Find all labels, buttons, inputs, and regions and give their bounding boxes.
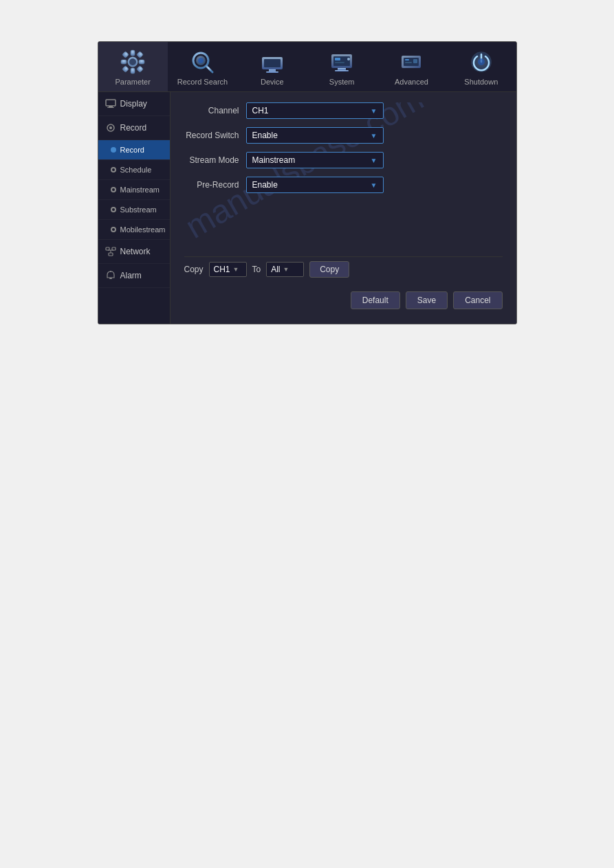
sidebar-item-schedule[interactable]: Schedule: [98, 160, 170, 180]
radio-mobilestream: [111, 227, 116, 232]
svg-point-9: [129, 58, 136, 65]
sidebar-label-alarm: Alarm: [120, 271, 142, 280]
advanced-icon: [398, 49, 424, 75]
form-row-channel: Channel CH1 ▼: [184, 102, 503, 119]
sidebar: Display Record Record Sche: [98, 92, 171, 324]
pre-record-select[interactable]: Enable ▼: [246, 177, 384, 193]
content-area: manualsbase.com Channel CH1 ▼ Record Swi…: [171, 92, 516, 324]
content-wrapper: manualsbase.com Channel CH1 ▼ Record Swi…: [184, 102, 503, 313]
svg-rect-24: [335, 70, 349, 71]
copy-from-value: CH1: [214, 265, 230, 274]
stream-mode-label: Stream Mode: [184, 155, 246, 165]
record-switch-label: Record Switch: [184, 131, 246, 140]
device-icon: [259, 49, 285, 75]
copy-to-arrow: ▼: [283, 266, 289, 273]
nav-label-device: Device: [261, 78, 284, 86]
svg-rect-15: [264, 59, 281, 67]
svg-point-44: [110, 271, 111, 272]
svg-rect-7: [122, 66, 129, 73]
sidebar-item-display[interactable]: Display: [98, 92, 170, 116]
sidebar-label-display: Display: [120, 99, 147, 109]
stream-mode-select[interactable]: Mainstream ▼: [246, 152, 384, 168]
alarm-icon: [105, 270, 116, 281]
radio-substream: [111, 207, 116, 212]
svg-point-22: [347, 58, 350, 60]
sidebar-item-mobilestream[interactable]: Mobilestream: [98, 220, 170, 240]
network-icon: [105, 246, 116, 257]
pre-record-arrow: ▼: [371, 181, 377, 189]
svg-rect-34: [107, 107, 114, 108]
svg-rect-4: [139, 60, 144, 64]
channel-arrow: ▼: [371, 107, 377, 115]
record-switch-select[interactable]: Enable ▼: [246, 127, 384, 144]
svg-rect-21: [335, 62, 344, 63]
cancel-button[interactable]: Cancel: [453, 291, 502, 309]
copy-row: Copy CH1 ▼ To All ▼ Copy: [184, 256, 503, 282]
svg-rect-29: [413, 59, 417, 63]
nav-item-record-search[interactable]: Record Search: [168, 42, 237, 91]
form-row-stream-mode: Stream Mode Mainstream ▼: [184, 152, 503, 168]
sidebar-label-network: Network: [120, 247, 151, 256]
sidebar-label-substream: Substream: [120, 205, 157, 214]
copy-from-select[interactable]: CH1 ▼: [209, 262, 247, 277]
svg-point-31: [478, 58, 485, 65]
copy-to-value: All: [271, 265, 280, 274]
channel-select[interactable]: CH1 ▼: [246, 102, 384, 119]
svg-rect-32: [106, 100, 116, 106]
svg-rect-8: [137, 66, 144, 73]
svg-point-36: [109, 126, 112, 129]
stream-mode-arrow: ▼: [371, 157, 377, 164]
nav-item-system[interactable]: System: [307, 42, 376, 91]
record-search-icon: [189, 49, 215, 75]
channel-label: Channel: [184, 106, 246, 115]
copy-to-select[interactable]: All ▼: [266, 262, 304, 277]
svg-rect-1: [131, 50, 135, 56]
pre-record-label: Pre-Record: [184, 180, 246, 190]
sidebar-label-schedule: Schedule: [120, 166, 152, 174]
svg-rect-33: [109, 106, 113, 107]
nav-item-advanced[interactable]: Advanced: [377, 42, 446, 91]
svg-rect-17: [266, 71, 278, 73]
content-spacer: [184, 201, 503, 256]
dvr-panel: Parameter Record Search: [98, 41, 517, 324]
pre-record-value: Enable: [252, 180, 278, 190]
nav-item-parameter[interactable]: Parameter: [98, 42, 168, 91]
stream-mode-value: Mainstream: [252, 155, 296, 165]
save-button[interactable]: Save: [406, 291, 448, 309]
sidebar-item-alarm[interactable]: Alarm: [98, 264, 170, 288]
svg-rect-38: [106, 247, 109, 250]
sidebar-item-substream[interactable]: Substream: [98, 200, 170, 220]
form-row-pre-record: Pre-Record Enable ▼: [184, 177, 503, 193]
svg-line-12: [206, 66, 212, 72]
nav-item-shutdown[interactable]: Shutdown: [446, 42, 516, 91]
copy-from-arrow: ▼: [233, 266, 239, 273]
svg-rect-27: [405, 59, 409, 60]
nav-item-device[interactable]: Device: [237, 42, 307, 91]
main-layout: Display Record Record Sche: [98, 92, 516, 324]
svg-point-13: [198, 58, 204, 63]
svg-rect-23: [338, 68, 346, 70]
svg-rect-16: [269, 69, 276, 71]
nav-label-parameter: Parameter: [115, 78, 150, 86]
svg-rect-43: [109, 278, 112, 279]
sidebar-item-record-main[interactable]: Record: [98, 116, 170, 140]
copy-button[interactable]: Copy: [309, 261, 349, 278]
svg-rect-6: [137, 52, 144, 58]
to-label: To: [252, 265, 261, 274]
action-row: Default Save Cancel: [184, 287, 503, 313]
radio-mainstream: [111, 187, 116, 192]
top-nav: Parameter Record Search: [98, 42, 516, 92]
record-switch-value: Enable: [252, 131, 278, 140]
gear-icon: [120, 49, 146, 75]
sidebar-item-record-sub[interactable]: Record: [98, 140, 170, 160]
channel-value: CH1: [252, 106, 269, 115]
display-icon: [105, 98, 116, 109]
svg-rect-2: [131, 68, 135, 74]
radio-record: [111, 147, 116, 153]
sidebar-label-mainstream: Mainstream: [120, 186, 160, 194]
sidebar-item-mainstream[interactable]: Mainstream: [98, 180, 170, 200]
default-button[interactable]: Default: [351, 291, 400, 309]
record-icon: [105, 122, 116, 133]
form-row-record-switch: Record Switch Enable ▼: [184, 127, 503, 144]
sidebar-item-network[interactable]: Network: [98, 240, 170, 264]
